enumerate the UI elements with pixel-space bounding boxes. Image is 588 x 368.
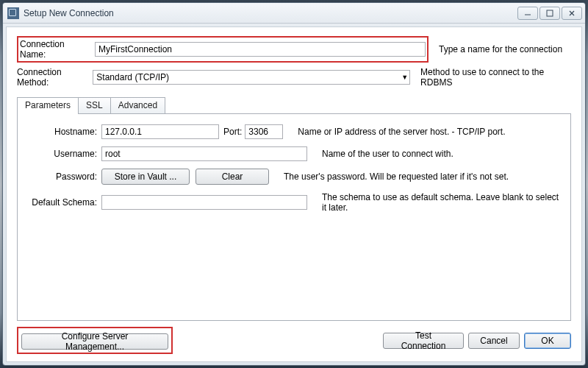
username-label: Username: [26,149,101,159]
default-schema-label: Default Schema: [26,197,101,208]
connection-method-value: Standard (TCP/IP) [96,72,169,82]
password-row: Password: Store in Vault ... Clear The u… [26,169,562,185]
default-schema-row: Default Schema: The schema to use as def… [26,192,562,213]
port-label: Port: [223,127,242,137]
hostname-row: Hostname: Port: Name or IP address of th… [26,124,562,139]
hostname-input[interactable] [101,124,219,139]
hostport-help: Name or IP address of the server host. -… [298,127,562,137]
window-controls [517,7,582,20]
connection-method-select[interactable]: Standard (TCP/IP) ▼ [93,70,410,85]
footer-right: Test Connection Cancel OK [383,333,571,349]
connection-method-label: Connection Method: [17,67,93,88]
connection-method-row: Connection Method: Standard (TCP/IP) ▼ M… [17,67,571,88]
tab-ssl[interactable]: SSL [78,97,111,113]
connection-name-row: Connection Name: Type a name for the con… [17,36,571,63]
close-button[interactable] [562,7,582,20]
connection-method-help: Method to use to connect to the RDBMS [420,67,571,88]
username-row: Username: Name of the user to connect wi… [26,146,562,161]
test-connection-button[interactable]: Test Connection [383,333,464,349]
client-area: Connection Name: Type a name for the con… [6,26,582,362]
connection-name-label: Connection Name: [20,39,95,60]
tab-parameters[interactable]: Parameters [17,97,79,114]
configure-highlight: Configure Server Management... [17,327,173,354]
store-in-vault-button[interactable]: Store in Vault ... [101,169,190,185]
tab-bar: Parameters SSL Advanced [17,96,571,114]
cancel-button[interactable]: Cancel [468,333,520,349]
port-input[interactable] [245,124,283,139]
hostname-label: Hostname: [26,127,101,137]
footer-bar: Configure Server Management... Test Conn… [17,327,571,354]
app-icon [7,7,19,19]
chevron-down-icon: ▼ [401,74,408,81]
username-input[interactable] [101,146,307,161]
maximize-button[interactable] [539,7,560,20]
connection-name-input[interactable] [95,42,426,57]
connection-name-highlight: Connection Name: [17,36,429,63]
window-title: Setup New Connection [24,8,517,18]
svg-rect-1 [547,10,553,16]
password-label: Password: [26,171,101,182]
default-schema-input[interactable] [101,195,307,210]
ok-button[interactable]: OK [524,333,571,349]
configure-server-management-button[interactable]: Configure Server Management... [21,333,168,350]
minimize-button[interactable] [517,7,538,20]
clear-password-button[interactable]: Clear [196,169,269,185]
tab-panel-parameters: Hostname: Port: Name or IP address of th… [17,114,571,321]
tab-advanced[interactable]: Advanced [110,97,165,113]
default-schema-help: The schema to use as default schema. Lea… [322,192,562,213]
username-help: Name of the user to connect with. [322,149,562,159]
password-help: The user's password. Will be requested l… [284,171,562,182]
title-bar: Setup New Connection [3,3,585,24]
dialog-window: Setup New Connection Connection Name: Ty… [2,2,586,366]
connection-name-help: Type a name for the connection [439,44,562,54]
